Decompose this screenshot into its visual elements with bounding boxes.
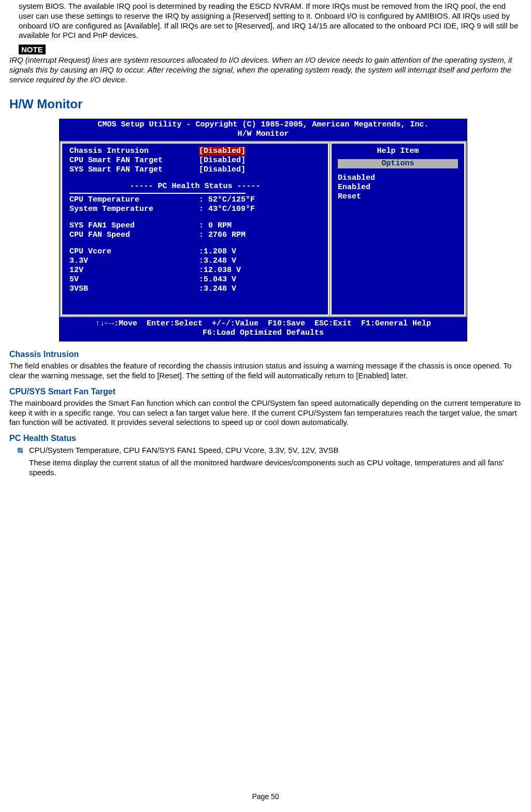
- health-label: CPU Temperature: [69, 195, 199, 205]
- health-label: 5V: [69, 275, 199, 284]
- field-label: CPU Smart FAN Target: [69, 156, 199, 165]
- bios-footer-line1: ↑↓←→:Move Enter:Select +/-/:Value F10:Sa…: [60, 319, 467, 329]
- field-chassis-intrusion[interactable]: Chassis Intrusion [Disabled]: [69, 147, 321, 156]
- health-value: : 2766 RPM: [199, 231, 246, 240]
- health-cpu-temp: CPU Temperature : 52°C/125°F: [69, 195, 321, 205]
- note-tag: NOTE: [19, 45, 46, 54]
- health-5v: 5V :5.043 V: [69, 275, 321, 284]
- health-sys-temp: System Temperature : 43°C/109°F: [69, 205, 321, 214]
- subhead-smart-fan: CPU/SYS Smart Fan Target: [9, 387, 522, 396]
- health-label: CPU FAN Speed: [69, 231, 199, 240]
- bios-screenshot: CMOS Setup Utility - Copyright (C) 1985-…: [59, 119, 467, 341]
- bios-help-panel: Help Item Options Disabled Enabled Reset: [331, 143, 465, 316]
- separator-line: [69, 193, 246, 194]
- bullet-text: CPU/System Temperature, CPU FAN/SYS FAN1…: [29, 445, 522, 478]
- health-value: : 52°C/125°F: [199, 195, 255, 205]
- bios-left-panel: Chassis Intrusion [Disabled] CPU Smart F…: [61, 143, 329, 316]
- bullet-icon: [18, 448, 23, 453]
- health-label: 12V: [69, 266, 199, 275]
- field-value-selected[interactable]: [Disabled]: [199, 147, 246, 156]
- health-value: :3.248 V: [199, 284, 236, 294]
- subhead-chassis-intrusion: Chassis Intrusion: [9, 350, 522, 359]
- field-cpu-smart-fan[interactable]: CPU Smart FAN Target [Disabled]: [69, 156, 321, 165]
- option-enabled[interactable]: Enabled: [338, 183, 458, 192]
- intro-paragraph: system BIOS. The available IRQ pool is d…: [19, 2, 522, 40]
- health-cpu-fan: CPU FAN Speed : 2766 RPM: [69, 231, 321, 240]
- field-label: Chassis Intrusion: [69, 147, 199, 156]
- health-12v: 12V :12.038 V: [69, 266, 321, 275]
- health-label: 3VSB: [69, 284, 199, 294]
- bios-footer: ↑↓←→:Move Enter:Select +/-/:Value F10:Sa…: [60, 317, 467, 341]
- desc-chassis-intrusion: The field enables or disables the featur…: [9, 361, 522, 381]
- pc-health-title: ----- PC Health Status -----: [69, 182, 321, 191]
- health-3_3v: 3.3V :3.248 V: [69, 257, 321, 266]
- desc-smart-fan: The mainboard provides the Smart Fan fun…: [9, 398, 522, 428]
- health-3vsb: 3VSB :3.248 V: [69, 284, 321, 294]
- options-header: Options: [338, 159, 458, 168]
- health-value: :1.208 V: [199, 247, 236, 257]
- bios-title-line2: H/W Monitor: [60, 130, 467, 141]
- bios-footer-line2: F6:Load Optimized Defaults: [60, 329, 467, 338]
- help-item-header: Help Item: [338, 147, 458, 156]
- note-body: IRQ (interrupt Request) lines are system…: [9, 55, 522, 84]
- field-sys-smart-fan[interactable]: SYS Smart FAN Target [Disabled]: [69, 165, 321, 175]
- health-label: 3.3V: [69, 257, 199, 266]
- field-label: SYS Smart FAN Target: [69, 165, 199, 175]
- health-value: : 43°C/109°F: [199, 205, 255, 214]
- health-value: :5.043 V: [199, 275, 236, 284]
- bullet-pc-health: CPU/System Temperature, CPU FAN/SYS FAN1…: [18, 445, 522, 478]
- bullet-line1: CPU/System Temperature, CPU FAN/SYS FAN1…: [29, 446, 339, 454]
- option-disabled[interactable]: Disabled: [338, 174, 458, 183]
- section-heading-hw-monitor: H/W Monitor: [9, 97, 522, 111]
- health-value: :12.038 V: [199, 266, 241, 275]
- health-label: System Temperature: [69, 205, 199, 214]
- field-value: [Disabled]: [199, 165, 246, 175]
- page-number: Page 50: [0, 792, 531, 801]
- health-sys-fan1: SYS FAN1 Speed : 0 RPM: [69, 221, 321, 231]
- health-value: : 0 RPM: [199, 221, 232, 231]
- option-reset[interactable]: Reset: [338, 192, 458, 202]
- health-label: CPU Vcore: [69, 247, 199, 257]
- health-value: :3.248 V: [199, 257, 236, 266]
- bios-title-line1: CMOS Setup Utility - Copyright (C) 1985-…: [60, 119, 467, 130]
- subhead-pc-health: PC Health Status: [9, 434, 522, 443]
- health-cpu-vcore: CPU Vcore :1.208 V: [69, 247, 321, 257]
- health-label: SYS FAN1 Speed: [69, 221, 199, 231]
- bullet-line2: These items display the current status o…: [29, 458, 522, 478]
- field-value: [Disabled]: [199, 156, 246, 165]
